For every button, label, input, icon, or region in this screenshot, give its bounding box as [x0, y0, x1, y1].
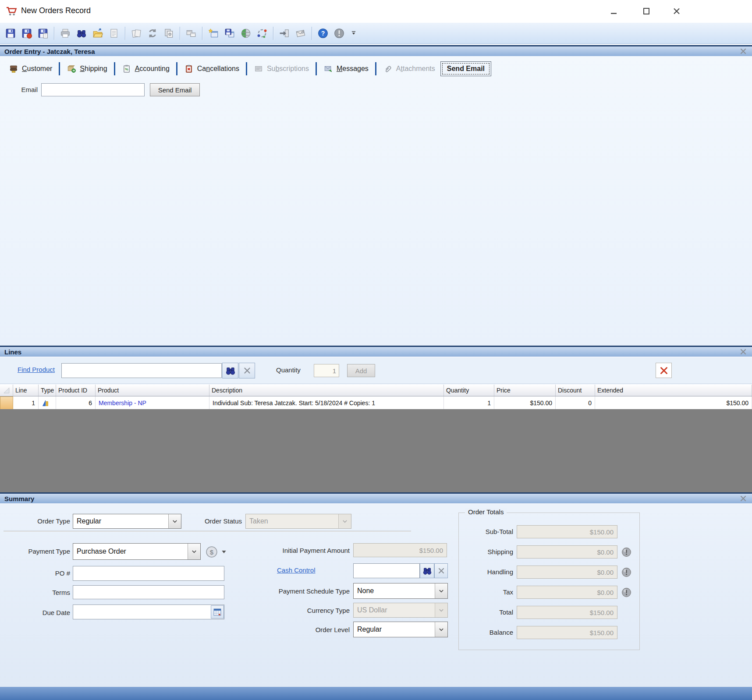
new-window-toolbar-button[interactable] [206, 25, 220, 41]
order-type-combo[interactable]: Regular [73, 514, 181, 529]
grid-column-header-product-id[interactable]: Product ID [56, 385, 96, 396]
tab-shipping[interactable]: Shipping [61, 62, 112, 76]
email-input[interactable] [41, 83, 145, 96]
add-button[interactable]: Add [347, 364, 375, 377]
send-email-button[interactable]: Send Email [150, 83, 200, 96]
grid-column-header-type[interactable]: Type [39, 385, 56, 396]
toolbar-overflow-button[interactable] [349, 25, 358, 41]
import-toolbar-button[interactable] [277, 25, 291, 41]
info-sphere-icon[interactable] [621, 567, 632, 578]
summary-header: Summary [0, 492, 752, 503]
cash-control-search-button[interactable] [420, 563, 434, 578]
refresh-toolbar-button[interactable] [145, 25, 160, 41]
svg-text:?: ? [321, 30, 325, 37]
find-product-clear-button[interactable] [239, 363, 255, 378]
lines-close-icon[interactable] [739, 347, 748, 356]
grid-data-row[interactable]: 16Membership - NPIndividual Sub: Teresa … [0, 396, 752, 410]
payment-schedule-type-value: None [357, 587, 374, 595]
maximize-button[interactable] [636, 4, 656, 19]
save-toolbar-button[interactable] [4, 25, 18, 41]
payment-schedule-type-combo[interactable]: None [353, 583, 448, 599]
order-status-combo: Taken [245, 514, 351, 529]
find-product-input[interactable] [61, 363, 222, 378]
grid-column-header-line[interactable]: Line [13, 385, 39, 396]
order-entry-close-icon[interactable] [739, 47, 748, 56]
tab-send-email[interactable]: Send Email [440, 61, 491, 76]
clear-x-icon [242, 366, 252, 375]
grid-column-header-quantity[interactable]: Quantity [444, 385, 494, 396]
info-sphere-icon[interactable] [621, 547, 632, 558]
tab-accounting[interactable]: %Accounting [117, 62, 175, 76]
save-window-toolbar-button[interactable] [223, 25, 237, 41]
currency-coin-icon[interactable]: $ [205, 545, 218, 559]
toolbar-overflow-icon [351, 30, 357, 36]
window-toolbar-button[interactable] [184, 25, 198, 41]
lines-toolbar: Find Product Quantity Add [0, 358, 752, 384]
print-toolbar-button[interactable] [58, 25, 72, 41]
total-label: Handling [459, 568, 513, 576]
lines-title: Lines [4, 348, 21, 356]
cash-control-link[interactable]: Cash Control [277, 566, 316, 574]
row-selector-cell[interactable] [0, 396, 13, 410]
help-toolbar-button[interactable]: ? [316, 25, 330, 41]
grid-column-header-discount[interactable]: Discount [556, 385, 595, 396]
tab-customer[interactable]: Customer [4, 62, 57, 76]
order-level-combo[interactable]: Regular [353, 622, 448, 637]
cash-control-clear-button[interactable] [434, 563, 448, 578]
find-icon [76, 28, 87, 39]
currency-coin-dropdown-icon[interactable] [221, 549, 227, 555]
terms-input[interactable] [73, 585, 224, 599]
send-record-toolbar-button[interactable] [294, 25, 308, 41]
toolbar-separator [273, 27, 273, 40]
grid-column-header-product[interactable]: Product [96, 385, 209, 396]
web-toolbar-button[interactable] [239, 25, 253, 41]
due-date-calendar-button[interactable] [211, 605, 224, 619]
save-copy-toolbar-button[interactable] [36, 25, 50, 41]
summary-separator [4, 531, 411, 532]
tab-messages[interactable]: Messages [318, 62, 374, 76]
order-type-dropdown-button[interactable] [168, 514, 181, 528]
find-product-search-button[interactable] [222, 363, 238, 378]
summary-close-icon[interactable] [739, 494, 748, 503]
delete-line-button[interactable] [656, 363, 672, 378]
quantity-input[interactable] [314, 364, 339, 377]
minimize-button[interactable] [604, 4, 624, 19]
payment-schedule-type-dropdown-button[interactable] [435, 583, 447, 598]
order-status-dropdown-button [338, 514, 351, 528]
cash-control-input[interactable] [353, 563, 420, 578]
tab-cancellations[interactable]: Cancellations [179, 62, 245, 76]
find-toolbar-button[interactable] [74, 25, 89, 41]
copy-pages-toolbar-button[interactable] [129, 25, 143, 41]
po-number-input[interactable] [73, 566, 224, 581]
open-folder-toolbar-button[interactable] [91, 25, 105, 41]
tab-label: Cancellations [197, 65, 239, 73]
grid-column-header-description[interactable]: Description [209, 385, 444, 396]
payment-type-combo[interactable]: Purchase Order [73, 543, 201, 560]
report-toolbar-button[interactable] [107, 25, 121, 41]
web-icon [240, 28, 252, 39]
currency-type-label: Currency Type [237, 607, 350, 614]
save-record-toolbar-button[interactable] [20, 25, 34, 41]
binoculars-icon [225, 365, 236, 376]
svg-text:%: % [125, 67, 128, 71]
grid-select-all-cell[interactable] [0, 385, 13, 396]
tab-label: Send Email [447, 65, 485, 73]
total-label: Sub-Total [459, 528, 513, 535]
info-icon [333, 28, 345, 39]
paste-toolbar-button[interactable] [162, 25, 176, 41]
info-toolbar-button[interactable] [332, 25, 346, 41]
due-date-input[interactable] [73, 605, 224, 619]
grid-column-header-price[interactable]: Price [494, 385, 556, 396]
po-number-label: PO # [0, 569, 70, 577]
lines-grid-empty-area [0, 409, 752, 492]
info-sphere-icon[interactable] [621, 587, 632, 598]
order-status-value: Taken [249, 517, 268, 525]
product-link[interactable]: Membership - NP [99, 399, 146, 407]
initial-payment-amount-label: Initial Payment Amount [237, 547, 350, 554]
order-level-dropdown-button[interactable] [435, 622, 447, 637]
sync-toolbar-button[interactable] [255, 25, 269, 41]
find-product-link[interactable]: Find Product [18, 366, 55, 373]
close-button[interactable] [667, 4, 687, 19]
grid-column-header-extended[interactable]: Extended [595, 385, 752, 396]
payment-type-dropdown-button[interactable] [188, 544, 200, 559]
